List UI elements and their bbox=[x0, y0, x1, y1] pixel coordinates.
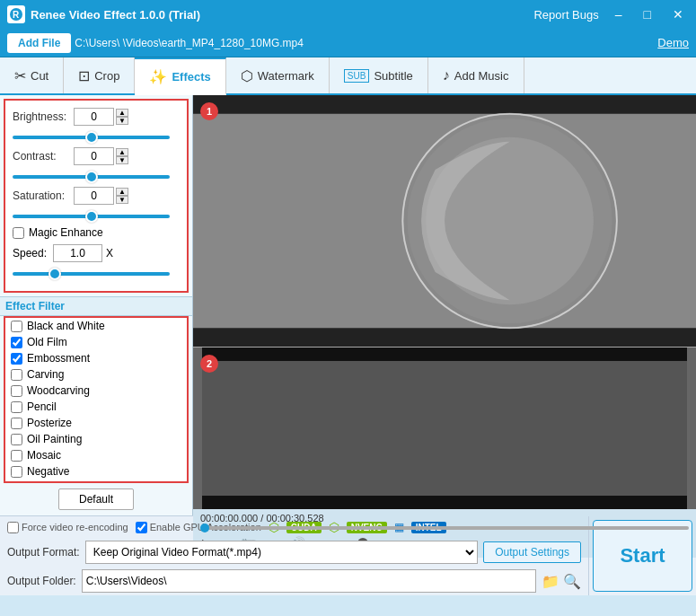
saturation-row: Saturation: ▲ ▼ bbox=[13, 187, 180, 205]
filter-checkbox-oil_painting[interactable] bbox=[11, 434, 22, 445]
folder-icons: 📁 🔍 bbox=[542, 573, 581, 590]
music-icon: ♪ bbox=[443, 67, 450, 84]
progress-bar[interactable] bbox=[200, 526, 689, 530]
saturation-down[interactable]: ▼ bbox=[116, 196, 128, 204]
contrast-spinner: ▲ ▼ bbox=[116, 148, 128, 164]
enable-gpu-checkbox[interactable] bbox=[136, 522, 147, 533]
tab-subtitle[interactable]: SUB Subtitle bbox=[330, 57, 428, 93]
search-folder-button[interactable]: 🔍 bbox=[563, 573, 581, 590]
tab-bar: ✂ Cut ⊡ Crop ✨ Effects ⬡ Watermark SUB S… bbox=[0, 57, 696, 95]
tab-crop[interactable]: ⊡ Crop bbox=[64, 57, 135, 93]
output-folder-label: Output Folder: bbox=[7, 575, 76, 587]
right-panel: 1 2 bbox=[193, 95, 696, 515]
filter-item-woodcarving[interactable]: Woodcarving bbox=[5, 383, 187, 399]
speed-slider-row bbox=[13, 266, 180, 278]
svg-rect-3 bbox=[193, 95, 696, 114]
filter-label-negative: Negative bbox=[27, 465, 69, 478]
tab-add-music-label: Add Music bbox=[454, 69, 509, 83]
filter-item-posterize[interactable]: Posterize bbox=[5, 415, 187, 431]
filter-checkbox-carving[interactable] bbox=[11, 369, 22, 381]
start-button[interactable]: Start bbox=[593, 520, 692, 592]
svg-rect-10 bbox=[202, 348, 687, 361]
contrast-up[interactable]: ▲ bbox=[116, 148, 128, 156]
effects-adjustments: Brightness: ▲ ▼ Contrast: ▲ ▼ bbox=[4, 99, 189, 293]
default-button[interactable]: Default bbox=[58, 488, 134, 510]
restore-button[interactable]: □ bbox=[639, 5, 656, 23]
tab-cut[interactable]: ✂ Cut bbox=[0, 57, 64, 93]
output-folder-input[interactable] bbox=[82, 569, 536, 593]
contrast-slider[interactable] bbox=[13, 175, 170, 179]
force-reencode-label[interactable]: Force video re-encoding bbox=[7, 522, 128, 533]
filter-label-embossment: Embossment bbox=[27, 352, 90, 365]
filter-list[interactable]: Black and WhiteOld FilmEmbossmentCarving… bbox=[4, 316, 189, 483]
filter-item-mosaic[interactable]: Mosaic bbox=[5, 447, 187, 463]
brightness-input[interactable] bbox=[74, 108, 114, 126]
crop-icon: ⊡ bbox=[78, 67, 90, 84]
contrast-down[interactable]: ▼ bbox=[116, 156, 128, 164]
default-btn-row: Default bbox=[0, 483, 192, 515]
filter-checkbox-old_film[interactable] bbox=[11, 337, 22, 348]
file-path: C:\Users\ \Videos\earth_MP4_1280_10MG.mp… bbox=[75, 37, 654, 49]
effect-filter-label: Effect Filter bbox=[5, 300, 65, 312]
filter-item-embossment[interactable]: Embossment bbox=[5, 350, 187, 366]
filter-item-oil_painting[interactable]: Oil Painting bbox=[5, 431, 187, 447]
main-content: Brightness: ▲ ▼ Contrast: ▲ ▼ bbox=[0, 95, 696, 515]
saturation-up[interactable]: ▲ bbox=[116, 188, 128, 196]
tab-add-music[interactable]: ♪ Add Music bbox=[428, 57, 524, 93]
filter-checkbox-negative[interactable] bbox=[11, 466, 22, 478]
saturation-input[interactable] bbox=[74, 187, 114, 205]
contrast-row: Contrast: ▲ ▼ bbox=[13, 147, 180, 165]
tab-crop-label: Crop bbox=[94, 69, 119, 83]
svg-rect-11 bbox=[202, 496, 687, 509]
minimize-button[interactable]: – bbox=[610, 5, 628, 23]
tab-watermark-label: Watermark bbox=[258, 69, 314, 83]
tab-subtitle-label: Subtitle bbox=[374, 69, 412, 83]
force-reencode-checkbox[interactable] bbox=[7, 522, 19, 533]
speed-input[interactable] bbox=[53, 244, 102, 262]
output-folder-row: Output Folder: 📁 🔍 bbox=[0, 567, 588, 595]
close-button[interactable]: ✕ bbox=[667, 5, 689, 23]
speed-slider[interactable] bbox=[13, 272, 170, 276]
video-badge-1: 1 bbox=[200, 102, 218, 120]
filter-item-pencil[interactable]: Pencil bbox=[5, 399, 187, 415]
speed-label: Speed: bbox=[13, 247, 53, 260]
titlebar: R Renee Video Effect 1.0.0 (Trial) Repor… bbox=[0, 0, 696, 29]
filter-checkbox-bw[interactable] bbox=[11, 321, 22, 332]
browse-folder-button[interactable]: 📁 bbox=[542, 573, 559, 590]
brightness-up[interactable]: ▲ bbox=[116, 109, 128, 117]
filter-checkbox-posterize[interactable] bbox=[11, 418, 22, 429]
main-toolbar: Add File C:\Users\ \Videos\earth_MP4_128… bbox=[0, 29, 696, 57]
filter-checkbox-mosaic[interactable] bbox=[11, 450, 22, 462]
magic-enhance-row: Magic Enhance bbox=[13, 226, 180, 239]
contrast-input[interactable] bbox=[74, 147, 114, 165]
progress-thumb[interactable] bbox=[200, 524, 209, 532]
saturation-slider[interactable] bbox=[13, 215, 170, 218]
output-settings-button[interactable]: Output Settings bbox=[483, 541, 581, 563]
svg-rect-4 bbox=[193, 328, 696, 347]
tab-watermark[interactable]: ⬡ Watermark bbox=[226, 57, 330, 93]
brightness-slider-row bbox=[13, 129, 180, 142]
filter-checkbox-pencil[interactable] bbox=[11, 401, 22, 413]
add-file-button[interactable]: Add File bbox=[7, 33, 71, 53]
filter-checkbox-embossment[interactable] bbox=[11, 353, 22, 365]
filter-item-old_film[interactable]: Old Film bbox=[5, 334, 187, 350]
tab-effects[interactable]: ✨ Effects bbox=[135, 57, 225, 95]
speed-suffix: X bbox=[106, 247, 113, 260]
filter-item-negative[interactable]: Negative bbox=[5, 463, 187, 480]
brightness-row: Brightness: ▲ ▼ bbox=[13, 108, 180, 126]
output-format-select[interactable]: Keep Original Video Format(*.mp4) bbox=[85, 541, 479, 564]
filter-label-oil_painting: Oil Painting bbox=[27, 433, 82, 445]
filter-item-bw[interactable]: Black and White bbox=[5, 318, 187, 334]
brightness-down[interactable]: ▼ bbox=[116, 117, 128, 125]
svg-text:R: R bbox=[13, 10, 20, 20]
report-bugs-link[interactable]: Report Bugs bbox=[533, 8, 598, 22]
filter-item-carving[interactable]: Carving bbox=[5, 366, 187, 383]
demo-link[interactable]: Demo bbox=[657, 36, 689, 49]
magic-enhance-checkbox[interactable] bbox=[13, 227, 24, 239]
saturation-spinner: ▲ ▼ bbox=[116, 188, 128, 204]
video-area-2: 2 bbox=[193, 348, 696, 509]
video-visual-2 bbox=[193, 348, 696, 509]
speed-row: Speed: X bbox=[13, 244, 180, 262]
brightness-slider[interactable] bbox=[13, 136, 170, 139]
filter-checkbox-woodcarving[interactable] bbox=[11, 385, 22, 397]
